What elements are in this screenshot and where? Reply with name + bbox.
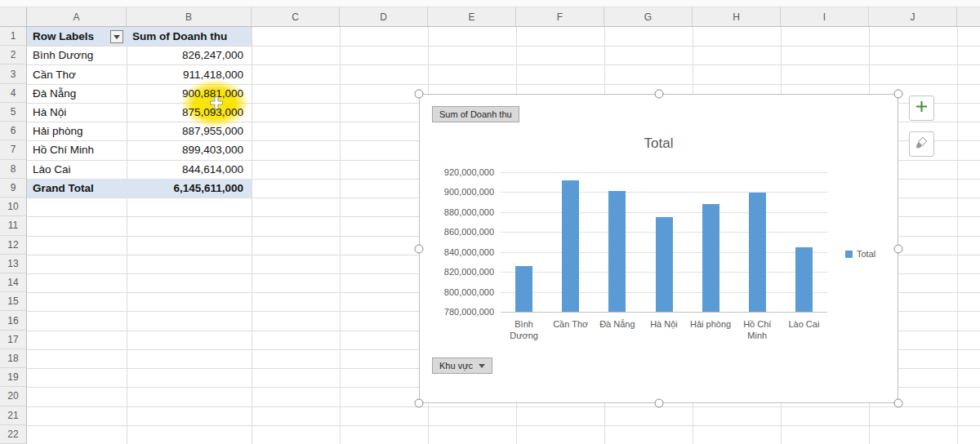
- y-axis-label: 860,000,000: [420, 227, 494, 237]
- row-header-11[interactable]: 11: [0, 216, 27, 235]
- bar-Bình Dương[interactable]: [515, 266, 532, 312]
- cell-A5[interactable]: Hà Nội: [27, 103, 127, 122]
- row-header-10[interactable]: 10: [0, 198, 27, 216]
- selection-handle[interactable]: [894, 90, 903, 99]
- bar-Cần Thơ[interactable]: [562, 180, 579, 312]
- row-header-7[interactable]: 7: [0, 140, 27, 159]
- selection-handle[interactable]: [654, 399, 663, 408]
- column-header-E[interactable]: E: [428, 7, 516, 26]
- x-axis-label: Cần Thơ: [547, 318, 594, 330]
- column-header-J[interactable]: J: [869, 7, 957, 26]
- selection-handle[interactable]: [415, 244, 424, 253]
- bar-Hồ Chí Minh[interactable]: [749, 193, 766, 312]
- column-header-F[interactable]: F: [516, 7, 604, 26]
- cell-A4[interactable]: Đà Nẵng: [27, 84, 127, 103]
- row-header-18[interactable]: 18: [0, 349, 27, 368]
- chart-gridline: [501, 192, 827, 193]
- axis-field-label: Khu vực: [439, 361, 473, 371]
- cell-B3[interactable]: 911,418,000: [127, 64, 252, 83]
- cell-B1-values-header[interactable]: Sum of Doanh thu: [127, 27, 252, 46]
- value-field-button[interactable]: Sum of Doanh thu: [432, 106, 519, 122]
- bar-Hải phòng[interactable]: [702, 204, 719, 312]
- gridline: [252, 27, 252, 444]
- cell-A2[interactable]: Bình Dương: [27, 46, 127, 64]
- row-header-15[interactable]: 15: [0, 292, 27, 311]
- row-header-13[interactable]: 13: [0, 255, 27, 273]
- axis-field-button[interactable]: Khu vực: [432, 357, 492, 374]
- excel-worksheet: ABCDEFGHIJ Sum of Doanh thu Total Total …: [0, 0, 980, 444]
- chart-legend[interactable]: Total: [845, 249, 875, 259]
- column-header-H[interactable]: H: [693, 7, 781, 26]
- y-axis-label: 820,000,000: [420, 267, 494, 277]
- selection-handle[interactable]: [415, 90, 424, 99]
- cell-B4[interactable]: 900,881,000: [127, 84, 252, 103]
- column-header-I[interactable]: I: [781, 7, 869, 26]
- row-header-2[interactable]: 2: [0, 46, 27, 64]
- row-header-19[interactable]: 19: [0, 368, 27, 387]
- select-all-corner[interactable]: [0, 7, 27, 26]
- row-header-9[interactable]: 9: [0, 179, 27, 198]
- cell-A6[interactable]: Hải phòng: [27, 122, 127, 140]
- cell-B8[interactable]: 844,614,000: [127, 160, 252, 179]
- chart-gridline: [501, 212, 827, 213]
- x-axis-label: Bình Dương: [501, 318, 547, 342]
- chart-styles-button[interactable]: [909, 131, 934, 157]
- row-header-20[interactable]: 20: [0, 387, 27, 406]
- bar-Lào Cai[interactable]: [795, 247, 813, 312]
- row-header-5[interactable]: 5: [0, 103, 27, 122]
- cell-A8[interactable]: Lào Cai: [27, 160, 127, 179]
- dropdown-arrow-icon: [479, 364, 485, 368]
- row-header-8[interactable]: 8: [0, 160, 27, 179]
- row-header-6[interactable]: 6: [0, 122, 27, 140]
- column-header-D[interactable]: D: [340, 7, 428, 26]
- selection-handle[interactable]: [415, 399, 424, 408]
- gridline: [27, 406, 980, 407]
- row-header-16[interactable]: 16: [0, 311, 27, 330]
- chart-elements-button[interactable]: [909, 95, 934, 121]
- selection-handle[interactable]: [654, 90, 663, 99]
- cell-B6[interactable]: 887,955,000: [127, 122, 252, 140]
- bar-Đà Nẵng[interactable]: [608, 191, 626, 312]
- column-header-A[interactable]: A: [27, 7, 127, 26]
- cell-A3[interactable]: Cần Thơ: [27, 64, 127, 83]
- selection-handle[interactable]: [894, 399, 903, 408]
- cell-B9-grand-total[interactable]: 6,145,611,000: [127, 179, 252, 198]
- column-header-G[interactable]: G: [604, 7, 693, 26]
- pivot-chart[interactable]: Sum of Doanh thu Total Total Khu vực 780…: [419, 94, 898, 403]
- selection-handle[interactable]: [894, 244, 903, 253]
- y-axis-label: 780,000,000: [420, 307, 494, 317]
- cell-A7[interactable]: Hồ Chí Minh: [27, 140, 127, 159]
- column-header-B[interactable]: B: [127, 7, 252, 26]
- row-header-1[interactable]: 1: [0, 27, 27, 46]
- chart-title[interactable]: Total: [420, 135, 898, 152]
- y-axis-label: 900,000,000: [420, 187, 494, 197]
- row-header-4[interactable]: 4: [0, 84, 27, 103]
- x-axis-label: Hồ Chí Minh: [734, 318, 781, 342]
- column-header-C[interactable]: C: [252, 7, 340, 26]
- gridline: [27, 425, 980, 426]
- row-header-12[interactable]: 12: [0, 236, 27, 255]
- column-header-stub: [957, 7, 980, 26]
- x-axis-label: Hà Nội: [640, 318, 687, 330]
- bar-Hà Nội[interactable]: [656, 217, 673, 312]
- row-header-22[interactable]: 22: [0, 425, 27, 444]
- row-header-17[interactable]: 17: [0, 331, 27, 349]
- y-axis-label: 840,000,000: [420, 247, 494, 257]
- legend-label: Total: [857, 249, 875, 259]
- cell-A9-grand-total[interactable]: Grand Total: [27, 179, 127, 198]
- row-header-21[interactable]: 21: [0, 406, 27, 425]
- cell-B2[interactable]: 826,247,000: [127, 46, 252, 64]
- row-header-3[interactable]: 3: [0, 64, 27, 83]
- cell-cursor-icon: [209, 95, 224, 113]
- y-axis-label: 800,000,000: [420, 287, 494, 297]
- cell-B5[interactable]: 875,093,000: [127, 103, 252, 122]
- cell-B7[interactable]: 899,403,000: [127, 140, 252, 159]
- column-headers: ABCDEFGHIJ: [0, 7, 980, 27]
- row-header-14[interactable]: 14: [0, 273, 27, 292]
- paintbrush-icon: [915, 135, 929, 153]
- x-axis-label: Hải phòng: [688, 318, 734, 330]
- y-axis-label: 880,000,000: [420, 207, 494, 217]
- gridline: [340, 27, 341, 444]
- x-axis-label: Đà Nẵng: [594, 318, 640, 330]
- row-labels-filter-button[interactable]: [110, 30, 123, 43]
